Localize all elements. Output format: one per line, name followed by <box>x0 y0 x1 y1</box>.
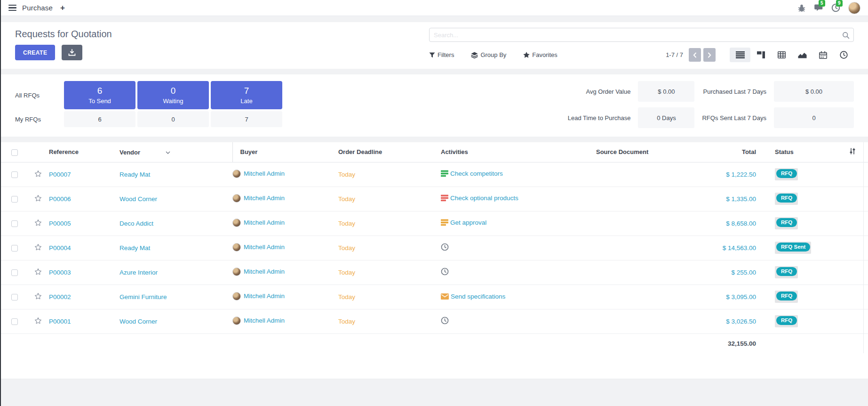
activity-cell[interactable]: Send specifications <box>441 293 505 300</box>
order-deadline-value[interactable]: Today <box>338 318 355 325</box>
buyer-link[interactable]: Mitchell Admin <box>244 170 285 177</box>
column-header-status[interactable]: Status <box>765 142 836 162</box>
tasks-yellow-icon <box>441 219 448 226</box>
vendor-link[interactable]: Deco Addict <box>119 220 153 227</box>
pager-value[interactable]: 1-7 / 7 <box>666 51 683 58</box>
order-deadline-value[interactable]: Today <box>338 293 355 300</box>
vendor-link[interactable]: Ready Mat <box>119 244 150 252</box>
group-by-button[interactable]: Group By <box>471 51 506 58</box>
activity-cell[interactable] <box>441 268 451 276</box>
new-menu-button[interactable]: + <box>60 4 65 12</box>
create-button[interactable]: CREATE <box>15 45 55 60</box>
table-row[interactable]: P00006 Wood Corner Mitchell Admin Today … <box>1 187 868 211</box>
row-checkbox[interactable] <box>11 220 18 227</box>
column-header-activities[interactable]: Activities <box>441 142 596 162</box>
avg-order-value: $ 0.00 <box>638 81 694 102</box>
kpi-waiting-button[interactable]: 0 Waiting <box>137 81 209 109</box>
select-all-checkbox[interactable] <box>11 149 18 156</box>
user-avatar[interactable] <box>848 2 860 14</box>
column-header-order-deadline[interactable]: Order Deadline <box>338 142 441 162</box>
column-header-total[interactable]: Total <box>685 142 765 162</box>
export-button[interactable] <box>62 45 82 60</box>
row-checkbox[interactable] <box>11 269 18 276</box>
favorite-star-icon[interactable] <box>34 268 42 276</box>
all-rfqs-label[interactable]: All RFQs <box>15 92 62 99</box>
view-activity-button[interactable] <box>833 48 854 62</box>
column-header-reference[interactable]: Reference <box>49 142 119 162</box>
my-to-send-value[interactable]: 6 <box>64 111 135 127</box>
table-row[interactable]: P00007 Ready Mat Mitchell Admin Today Ch… <box>1 162 868 187</box>
reference-link[interactable]: P00002 <box>49 293 71 300</box>
favorite-star-icon[interactable] <box>34 292 42 300</box>
activity-cell[interactable]: Check competitors <box>441 170 503 177</box>
row-checkbox[interactable] <box>11 171 18 178</box>
favorite-star-icon[interactable] <box>34 170 42 178</box>
activity-cell[interactable]: Check optional products <box>441 195 518 202</box>
reference-link[interactable]: P00003 <box>49 269 71 276</box>
activity-cell[interactable]: Get approval <box>441 219 486 226</box>
my-rfqs-label[interactable]: My RFQs <box>15 116 62 123</box>
buyer-link[interactable]: Mitchell Admin <box>244 219 285 226</box>
view-list-button[interactable] <box>730 48 750 62</box>
column-header-source-document[interactable]: Source Document <box>596 142 685 162</box>
buyer-link[interactable]: Mitchell Admin <box>244 195 285 202</box>
table-row[interactable]: P00004 Ready Mat Mitchell Admin Today $ … <box>1 235 868 260</box>
vendor-link[interactable]: Azure Interior <box>119 269 158 276</box>
chat-icon[interactable]: 5 <box>814 3 823 12</box>
vendor-link[interactable]: Ready Mat <box>119 171 150 178</box>
buyer-link[interactable]: Mitchell Admin <box>244 317 285 324</box>
reference-link[interactable]: P00007 <box>49 171 71 178</box>
optional-columns-button[interactable] <box>836 142 868 162</box>
column-header-vendor[interactable]: Vendor <box>119 142 232 162</box>
pager-previous-button[interactable] <box>689 48 701 62</box>
app-name[interactable]: Purchase <box>22 4 53 12</box>
order-deadline-value[interactable]: Today <box>338 195 355 203</box>
order-deadline-value[interactable]: Today <box>338 269 355 276</box>
reference-link[interactable]: P00005 <box>49 220 71 227</box>
favorite-star-icon[interactable] <box>34 243 42 252</box>
search-icon[interactable] <box>842 32 850 41</box>
envelope-icon <box>441 293 449 300</box>
table-row[interactable]: P00001 Wood Corner Mitchell Admin Today … <box>1 309 868 333</box>
hamburger-icon[interactable] <box>8 5 16 11</box>
order-deadline-value[interactable]: Today <box>338 171 355 178</box>
view-graph-button[interactable] <box>792 48 812 62</box>
order-deadline-value[interactable]: Today <box>338 244 355 252</box>
table-row[interactable]: P00002 Gemini Furniture Mitchell Admin T… <box>1 284 868 309</box>
activity-cell[interactable] <box>441 317 451 325</box>
vendor-link[interactable]: Gemini Furniture <box>119 293 167 300</box>
reference-link[interactable]: P00001 <box>49 318 71 325</box>
search-input[interactable] <box>430 28 853 41</box>
row-checkbox[interactable] <box>11 294 18 300</box>
favorites-button[interactable]: Favorites <box>523 51 557 58</box>
pager-next-button[interactable] <box>703 48 716 62</box>
vendor-link[interactable]: Wood Corner <box>119 195 157 203</box>
row-checkbox[interactable] <box>11 196 18 203</box>
favorite-star-icon[interactable] <box>34 219 42 227</box>
filters-button[interactable]: Filters <box>429 51 454 58</box>
bug-icon[interactable] <box>797 4 806 12</box>
view-pivot-button[interactable] <box>771 48 792 62</box>
column-header-buyer[interactable]: Buyer <box>232 142 338 162</box>
my-late-value[interactable]: 7 <box>211 111 282 127</box>
my-waiting-value[interactable]: 0 <box>137 111 209 127</box>
reference-link[interactable]: P00006 <box>49 195 71 203</box>
order-deadline-value[interactable]: Today <box>338 220 355 227</box>
kpi-to-send-button[interactable]: 6 To Send <box>64 81 135 109</box>
table-row[interactable]: P00003 Azure Interior Mitchell Admin Tod… <box>1 260 868 284</box>
table-row[interactable]: P00005 Deco Addict Mitchell Admin Today … <box>1 211 868 235</box>
kpi-late-button[interactable]: 7 Late <box>211 81 282 109</box>
reference-link[interactable]: P00004 <box>49 244 71 252</box>
favorite-star-icon[interactable] <box>34 194 42 203</box>
row-checkbox[interactable] <box>11 318 18 325</box>
vendor-link[interactable]: Wood Corner <box>119 318 157 325</box>
row-checkbox[interactable] <box>11 245 18 252</box>
clock-icon[interactable]: 9 <box>831 3 840 12</box>
activity-cell[interactable] <box>441 243 451 251</box>
buyer-link[interactable]: Mitchell Admin <box>244 292 285 300</box>
favorite-star-icon[interactable] <box>34 317 42 325</box>
view-kanban-button[interactable] <box>750 48 771 62</box>
buyer-link[interactable]: Mitchell Admin <box>244 244 285 251</box>
view-calendar-button[interactable] <box>812 48 833 62</box>
buyer-link[interactable]: Mitchell Admin <box>244 268 285 275</box>
